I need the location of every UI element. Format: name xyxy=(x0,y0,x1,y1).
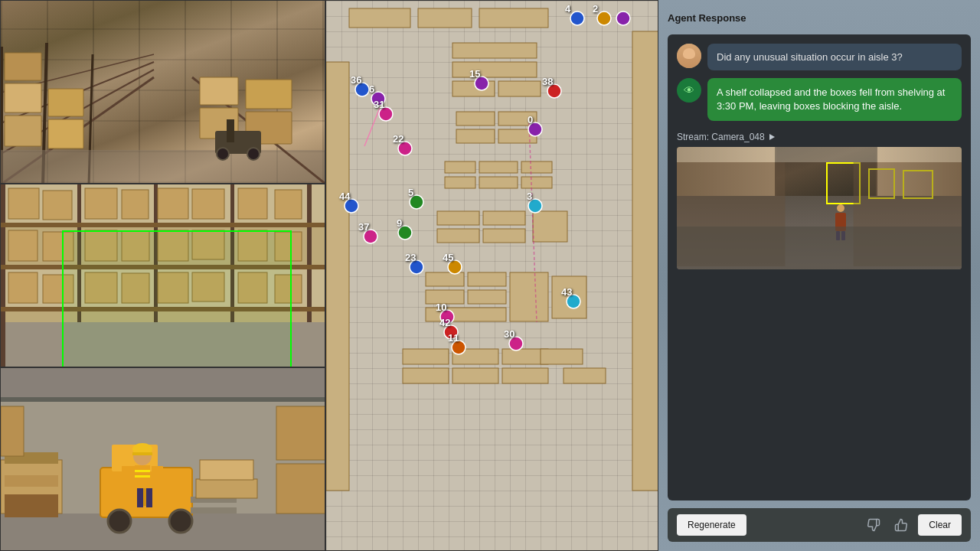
svg-rect-200 xyxy=(1,406,24,456)
svg-rect-199 xyxy=(135,475,150,478)
svg-rect-93 xyxy=(498,81,541,96)
svg-text:31: 31 xyxy=(374,99,384,110)
svg-rect-179 xyxy=(5,475,58,487)
svg-rect-123 xyxy=(564,368,606,383)
camera-cell-1[interactable] xyxy=(0,0,325,184)
svg-rect-61 xyxy=(43,191,72,220)
camera-cell-4-map[interactable]: 36 6 31 22 15 38 0 xyxy=(325,0,658,551)
svg-line-126 xyxy=(364,108,380,146)
svg-rect-203 xyxy=(677,147,962,162)
response-bubble: 👁 A shelf collapsed and the boxes fell f… xyxy=(677,78,962,121)
svg-rect-185 xyxy=(191,507,237,514)
svg-text:0: 0 xyxy=(528,114,533,126)
svg-rect-176 xyxy=(1,514,325,551)
svg-rect-206 xyxy=(677,227,962,269)
svg-text:9: 9 xyxy=(397,217,402,229)
svg-rect-112 xyxy=(468,290,506,304)
svg-rect-101 xyxy=(445,177,475,188)
svg-point-187 xyxy=(169,510,192,533)
svg-rect-63 xyxy=(122,190,149,219)
svg-text:38: 38 xyxy=(542,76,553,87)
svg-rect-98 xyxy=(445,161,475,173)
thumbs-down-button[interactable] xyxy=(863,514,884,536)
svg-rect-202 xyxy=(276,464,325,514)
svg-rect-19 xyxy=(227,119,234,142)
svg-rect-107 xyxy=(483,229,525,243)
camera-cell-5[interactable] xyxy=(0,367,325,551)
svg-rect-9 xyxy=(5,53,41,80)
svg-text:15: 15 xyxy=(469,68,480,80)
svg-rect-198 xyxy=(135,470,150,472)
svg-rect-10 xyxy=(48,119,83,148)
svg-rect-76 xyxy=(8,272,38,303)
svg-text:10: 10 xyxy=(436,302,446,313)
svg-point-21 xyxy=(247,148,260,160)
response-text: A shelf collapsed and the boxes fell fro… xyxy=(707,78,962,121)
svg-rect-103 xyxy=(521,177,552,188)
svg-point-186 xyxy=(108,510,131,533)
svg-rect-15 xyxy=(200,77,238,105)
svg-rect-121 xyxy=(502,368,548,383)
svg-text:44: 44 xyxy=(339,191,351,202)
main-container: 36 6 31 22 15 38 0 xyxy=(0,0,980,551)
svg-rect-64 xyxy=(158,188,188,219)
user-avatar xyxy=(677,44,701,68)
svg-rect-68 xyxy=(8,230,38,261)
svg-rect-192 xyxy=(132,452,152,455)
svg-point-167 xyxy=(570,11,584,25)
svg-point-20 xyxy=(217,148,229,160)
svg-rect-119 xyxy=(403,368,449,383)
svg-text:30: 30 xyxy=(504,328,514,340)
agent-panel: Agent Response Did any unusual situation… xyxy=(658,0,980,551)
svg-rect-96 xyxy=(456,129,495,143)
query-bubble: Did any unusual situation occur in aisle… xyxy=(677,44,962,70)
thumbs-up-button[interactable] xyxy=(890,514,912,536)
svg-rect-106 xyxy=(437,229,479,243)
svg-rect-17 xyxy=(246,80,292,109)
svg-rect-87 xyxy=(349,8,410,28)
regenerate-button[interactable]: Regenerate xyxy=(677,514,746,536)
svg-rect-175 xyxy=(1,397,325,402)
svg-text:6: 6 xyxy=(369,83,374,95)
svg-point-169 xyxy=(597,11,611,25)
svg-rect-188 xyxy=(196,479,257,498)
svg-text:37: 37 xyxy=(358,221,369,233)
svg-rect-99 xyxy=(479,161,518,173)
stream-label-text: Stream: Camera_048 xyxy=(677,132,765,142)
svg-rect-100 xyxy=(521,161,552,173)
stream-thumbnail[interactable] xyxy=(677,147,962,269)
stream-label[interactable]: Stream: Camera_048 xyxy=(677,132,962,142)
svg-text:4: 4 xyxy=(565,3,571,15)
svg-rect-65 xyxy=(192,189,224,219)
svg-rect-180 xyxy=(5,494,58,517)
svg-rect-11 xyxy=(48,89,83,116)
svg-rect-91 xyxy=(452,62,537,77)
svg-text:22: 22 xyxy=(393,133,403,145)
svg-text:45: 45 xyxy=(443,252,453,263)
svg-rect-194 xyxy=(122,466,136,472)
agent-panel-title: Agent Response xyxy=(668,9,971,27)
camera-cell-3[interactable] xyxy=(0,184,325,367)
svg-rect-196 xyxy=(137,488,143,507)
clear-button[interactable]: Clear xyxy=(918,514,962,536)
query-text: Did any unusual situation occur in aisle… xyxy=(707,44,962,70)
svg-rect-59 xyxy=(307,184,312,322)
svg-rect-102 xyxy=(479,177,518,188)
svg-text:36: 36 xyxy=(351,74,361,86)
svg-rect-104 xyxy=(437,211,479,225)
svg-rect-67 xyxy=(275,190,302,219)
svg-rect-60 xyxy=(8,188,39,219)
svg-rect-125 xyxy=(632,31,658,491)
svg-text:2: 2 xyxy=(593,3,598,15)
svg-rect-197 xyxy=(146,488,152,507)
svg-rect-88 xyxy=(418,8,472,28)
svg-rect-120 xyxy=(452,368,498,383)
play-icon[interactable] xyxy=(769,134,775,140)
svg-rect-90 xyxy=(452,43,537,58)
svg-rect-108 xyxy=(533,211,567,242)
svg-rect-195 xyxy=(152,466,163,472)
svg-text:42: 42 xyxy=(439,317,450,328)
agent-icon: 👁 xyxy=(677,78,701,103)
svg-rect-124 xyxy=(326,62,349,491)
svg-rect-66 xyxy=(238,188,267,219)
